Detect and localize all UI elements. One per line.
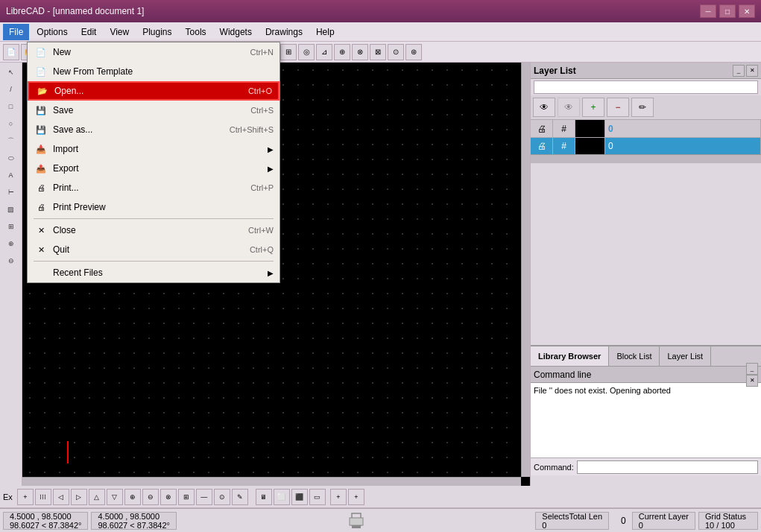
- tab-library-browser[interactable]: Library Browser: [531, 346, 609, 366]
- menu-entry-import[interactable]: 📥 Import ▶: [28, 139, 280, 159]
- menu-drawings[interactable]: Drawings: [259, 24, 309, 40]
- bottom-btn-10[interactable]: ⊙: [214, 489, 230, 505]
- left-btn-ellipse[interactable]: ⬭: [2, 150, 20, 166]
- left-btn-text[interactable]: A: [2, 167, 20, 183]
- left-btn-hatch[interactable]: ▨: [2, 201, 20, 218]
- toolbar-btn-snap3[interactable]: ⊕: [334, 44, 350, 60]
- layer-panel-minimize[interactable]: _: [733, 65, 745, 77]
- left-btn-arc[interactable]: ⌒: [2, 133, 20, 149]
- restore-button[interactable]: □: [719, 4, 736, 18]
- toolbar-btn-snap6[interactable]: ⊙: [388, 44, 404, 60]
- layer-tool-visible[interactable]: 👁: [533, 98, 555, 117]
- bottom-btn-2[interactable]: ▷: [71, 489, 87, 505]
- left-btn-dim[interactable]: ⊢: [2, 184, 20, 200]
- menu-widgets[interactable]: Widgets: [214, 24, 258, 40]
- bottom-btn-6[interactable]: ⊖: [142, 489, 159, 505]
- command-header: Command line _ ✕: [531, 367, 761, 383]
- toolbar-btn-snap2[interactable]: ⊿: [316, 44, 332, 60]
- layer-tool-add[interactable]: +: [582, 98, 604, 117]
- bottom-btn-5[interactable]: ⊕: [124, 489, 141, 505]
- menu-entry-save[interactable]: 💾 Save Ctrl+S: [28, 101, 280, 120]
- bottom-btn-9[interactable]: —: [196, 489, 212, 505]
- bottom-btn-7[interactable]: ⊗: [160, 489, 177, 505]
- menu-entry-print-preview-label: Print Preview: [53, 202, 274, 212]
- layer-panel-close[interactable]: ✕: [746, 65, 758, 77]
- left-btn-select[interactable]: ↖: [2, 64, 20, 80]
- menu-entry-recent[interactable]: Recent Files ▶: [28, 263, 280, 282]
- left-toolbar: ↖ / □ ○ ⌒ ⬭ A ⊢ ▨ ⊞ ⊕ ⊖: [0, 63, 22, 486]
- menu-entry-quit[interactable]: ✕ Quit Ctrl+Q: [28, 240, 280, 259]
- bottom-btn-snap[interactable]: +: [17, 489, 34, 505]
- bottom-btn-1[interactable]: ◁: [53, 489, 69, 505]
- menu-edit[interactable]: Edit: [75, 24, 103, 40]
- command-input-field[interactable]: [577, 460, 758, 474]
- menu-plugins[interactable]: Plugins: [136, 24, 177, 40]
- panel-tabs: Library Browser Block List Layer List: [531, 346, 761, 367]
- layer-tool-edit[interactable]: ✏: [631, 98, 654, 117]
- menu-entry-saveas-icon: 💾: [34, 124, 48, 136]
- command-input-row: Command:: [531, 457, 761, 475]
- menu-entry-new-shortcut: Ctrl+N: [250, 48, 274, 57]
- layer-panel-scrollbar[interactable]: [531, 154, 761, 163]
- snap-monitor-1[interactable]: 🖥: [256, 489, 272, 505]
- snap-monitor-4[interactable]: ▭: [309, 489, 326, 505]
- left-btn-zoom-out[interactable]: ⊖: [2, 253, 20, 269]
- minimize-button[interactable]: ─: [700, 4, 716, 18]
- menu-entry-export[interactable]: 📤 Export ▶: [28, 159, 280, 178]
- menu-entry-saveas[interactable]: 💾 Save as... Ctrl+Shift+S: [28, 120, 280, 139]
- layer-tool-remove[interactable]: −: [607, 98, 629, 117]
- menu-file[interactable]: File: [3, 24, 29, 40]
- menu-entry-save-shortcut: Ctrl+S: [250, 106, 274, 115]
- menu-tools[interactable]: Tools: [180, 24, 212, 40]
- layer-search-input[interactable]: [534, 80, 758, 94]
- left-btn-block[interactable]: ⊞: [2, 218, 20, 235]
- menu-options[interactable]: Options: [31, 24, 73, 40]
- command-panel-minimize[interactable]: _: [746, 363, 758, 375]
- toolbar-btn-new[interactable]: 📄: [3, 44, 19, 60]
- status-layer-value: 0: [639, 521, 689, 530]
- toolbar-btn-snap7[interactable]: ⊛: [405, 44, 422, 60]
- menu-entry-print-label: Print...: [53, 183, 250, 193]
- menu-entry-import-arrow: ▶: [268, 145, 274, 153]
- menu-view[interactable]: View: [104, 24, 135, 40]
- snap-monitor-3[interactable]: ⬛: [291, 489, 308, 505]
- snap-monitor-2[interactable]: ⬜: [274, 489, 290, 505]
- menu-entry-new[interactable]: 📄 New Ctrl+N: [28, 42, 280, 62]
- bottom-btn-8[interactable]: ⊞: [178, 489, 195, 505]
- menu-entry-save-icon: 💾: [34, 104, 48, 116]
- bottom-btn-4[interactable]: ▽: [107, 489, 123, 505]
- left-btn-rect[interactable]: □: [2, 98, 20, 115]
- right-panel: Layer List _ ✕ 👁 👁 + − ✏ 🖨 #: [530, 63, 761, 486]
- menu-entry-recent-label: Recent Files: [53, 267, 268, 278]
- canvas-scrollbar-vertical[interactable]: [521, 63, 530, 477]
- menu-entry-print-preview[interactable]: 🖨 Print Preview: [28, 197, 280, 217]
- left-btn-circle[interactable]: ○: [2, 115, 20, 132]
- toolbar-btn-snap5[interactable]: ⊠: [370, 44, 386, 60]
- menu-entry-close-shortcut: Ctrl+W: [248, 226, 274, 235]
- bottom-btn-11[interactable]: ✎: [232, 489, 248, 505]
- toolbar-btn-snap4[interactable]: ⊗: [352, 44, 368, 60]
- menu-entry-new-template[interactable]: 📄 New From Template: [28, 62, 280, 81]
- left-btn-line[interactable]: /: [2, 81, 20, 98]
- layer-row-print-icon: 🖨: [531, 138, 553, 154]
- menu-entry-open[interactable]: 📂 Open... Ctrl+O: [28, 81, 280, 101]
- file-menu-dropdown: 📄 New Ctrl+N 📄 New From Template 📂 Open.…: [27, 42, 280, 283]
- layer-row[interactable]: 🖨 # 0: [531, 138, 761, 154]
- command-panel-close[interactable]: ✕: [746, 375, 758, 387]
- tab-layer-list[interactable]: Layer List: [660, 346, 711, 366]
- menu-entry-print[interactable]: 🖨 Print... Ctrl+P: [28, 178, 280, 197]
- snap-plus-1[interactable]: +: [330, 489, 347, 505]
- left-btn-zoom-in[interactable]: ⊕: [2, 235, 20, 252]
- layer-tool-visible2[interactable]: 👁: [558, 98, 580, 117]
- close-button[interactable]: ✕: [739, 4, 755, 18]
- menu-entry-close[interactable]: ✕ Close Ctrl+W: [28, 221, 280, 240]
- bottom-btn-grid-dots[interactable]: ⁞⁞⁞: [35, 489, 51, 505]
- menu-help[interactable]: Help: [310, 24, 341, 40]
- bottom-btn-3[interactable]: △: [89, 489, 105, 505]
- canvas-scrollbar-horizontal[interactable]: [22, 477, 521, 486]
- menu-entry-export-label: Export: [53, 163, 268, 174]
- toolbar-btn-ortho[interactable]: ⊞: [280, 44, 297, 60]
- tab-block-list[interactable]: Block List: [609, 346, 660, 366]
- toolbar-btn-polar[interactable]: ◎: [298, 44, 315, 60]
- snap-plus-2[interactable]: +: [348, 489, 364, 505]
